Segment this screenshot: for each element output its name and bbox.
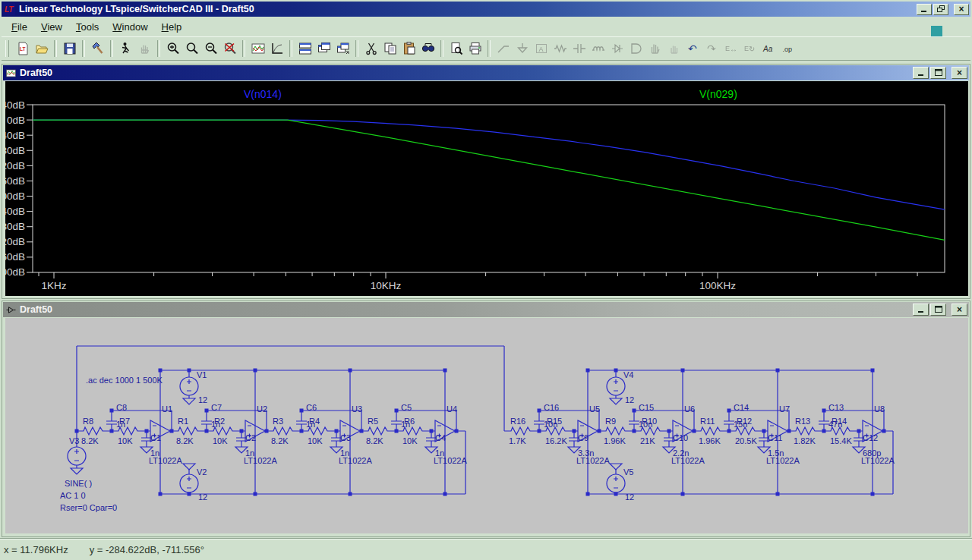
save-button[interactable] bbox=[60, 39, 79, 58]
place-diode-button bbox=[608, 39, 626, 58]
tile-windows-button[interactable] bbox=[295, 39, 314, 58]
menu-bar: FileViewToolsWindowHelp bbox=[2, 17, 970, 36]
draw-wire-icon bbox=[496, 41, 511, 56]
schematic-label: 12 bbox=[625, 492, 634, 502]
trace-label-vn029[interactable]: V(n029) bbox=[699, 88, 737, 100]
close-icon: × bbox=[958, 5, 964, 14]
run-icon bbox=[118, 41, 134, 56]
undo-button[interactable] bbox=[683, 39, 702, 58]
waveform-minimize-button[interactable] bbox=[913, 67, 929, 79]
trace-label-vn014[interactable]: V(n014) bbox=[244, 88, 282, 100]
schematic-label: 1.96K bbox=[699, 436, 721, 445]
new-schematic-button[interactable] bbox=[13, 39, 32, 58]
schematic-canvas[interactable]: R88.2KC81nR710KC11nU1LT1022AR18.2KC71nR2… bbox=[5, 318, 968, 533]
cascade-windows-button[interactable] bbox=[314, 39, 333, 58]
open-file-button[interactable] bbox=[32, 39, 51, 58]
halt-button bbox=[135, 39, 154, 58]
cut-button[interactable] bbox=[361, 39, 380, 58]
schematic-label: 10K bbox=[213, 436, 228, 445]
print-preview-button[interactable] bbox=[447, 39, 465, 58]
schematic-label: C11 bbox=[768, 433, 782, 442]
schematic-label: 12 bbox=[198, 395, 207, 404]
copy-button[interactable] bbox=[380, 39, 399, 58]
rotate-icon bbox=[743, 41, 758, 56]
menu-tools[interactable]: Tools bbox=[69, 19, 106, 35]
copy-icon bbox=[383, 41, 398, 56]
app-restore-button[interactable] bbox=[933, 4, 948, 15]
schematic-label: R3 bbox=[273, 417, 283, 426]
place-capacitor-icon bbox=[572, 41, 587, 56]
waveform-maximize-button[interactable] bbox=[930, 67, 946, 79]
maximize-icon bbox=[935, 306, 942, 313]
schematic-label: U7 bbox=[779, 404, 790, 414]
toolbar-grip[interactable] bbox=[5, 40, 9, 57]
schematic-label: C1 bbox=[150, 433, 161, 442]
menu-view[interactable]: View bbox=[34, 19, 69, 35]
schematic-label: 15.4K bbox=[830, 436, 852, 445]
zoom-full-extents-button[interactable] bbox=[182, 39, 201, 58]
axis-settings-button[interactable] bbox=[267, 39, 286, 58]
schematic-close-button[interactable]: × bbox=[951, 304, 967, 316]
schematic-label: U8 bbox=[874, 404, 885, 414]
svg-text:LT: LT bbox=[5, 5, 14, 14]
app-minimize-button[interactable] bbox=[917, 4, 932, 15]
print-preview-icon bbox=[449, 41, 464, 56]
schematic-label: C13 bbox=[828, 403, 844, 412]
toolbar-separator bbox=[355, 40, 358, 57]
place-net-label-icon bbox=[534, 41, 549, 56]
place-text-button[interactable] bbox=[759, 39, 778, 58]
redo-icon bbox=[705, 41, 720, 56]
schematic-label: R7 bbox=[119, 417, 130, 426]
toolbar bbox=[2, 36, 970, 61]
waveform-window: Draft50 × 40dB0dB-40dB-80dB-120dB-160dB-… bbox=[2, 64, 970, 299]
find-button[interactable] bbox=[418, 39, 437, 58]
schematic-label: V4 bbox=[623, 370, 633, 379]
waveform-plot[interactable]: 40dB0dB-40dB-80dB-120dB-160dB-200dB-240d… bbox=[5, 81, 968, 296]
menu-file[interactable]: File bbox=[5, 19, 34, 35]
menu-help[interactable]: Help bbox=[155, 19, 189, 35]
schematic-label: V5 bbox=[623, 467, 633, 477]
overlay-windows-icon bbox=[336, 41, 351, 56]
schematic-label: U3 bbox=[352, 404, 362, 414]
menu-window[interactable]: Window bbox=[106, 19, 154, 35]
schematic-label: R13 bbox=[795, 417, 810, 426]
schematic-label: LT1022A bbox=[766, 456, 800, 465]
app-close-button[interactable]: × bbox=[954, 4, 969, 15]
move-button bbox=[645, 39, 664, 58]
schematic-label: R2 bbox=[214, 417, 225, 426]
svg-text:-40dB: -40dB bbox=[5, 130, 25, 141]
schematic-label: 16.2K bbox=[545, 436, 567, 445]
schematic-window-titlebar: Draft50 × bbox=[3, 302, 969, 317]
overlay-windows-button[interactable] bbox=[333, 39, 352, 58]
schematic-maximize-button[interactable] bbox=[930, 304, 946, 316]
zoom-in-button[interactable] bbox=[163, 39, 182, 58]
schematic-label: LT1022A bbox=[576, 456, 610, 465]
print-button[interactable] bbox=[465, 39, 484, 58]
zoom-clear-button[interactable] bbox=[220, 39, 239, 58]
run-button[interactable] bbox=[116, 39, 135, 58]
svg-text:-80dB: -80dB bbox=[5, 145, 25, 156]
spice-directive-icon bbox=[781, 41, 796, 56]
autorange-y-axis-button[interactable] bbox=[248, 39, 267, 58]
schematic-minimize-button[interactable] bbox=[913, 304, 929, 316]
schematic-window: Draft50 × bbox=[2, 300, 970, 537]
place-inductor-icon bbox=[591, 41, 606, 56]
waveform-canvas[interactable]: 40dB0dB-40dB-80dB-120dB-160dB-200dB-240d… bbox=[5, 84, 968, 296]
zoom-out-button[interactable] bbox=[201, 39, 220, 58]
rotate-button bbox=[740, 39, 759, 58]
undo-icon bbox=[686, 41, 701, 56]
toolbar-separator bbox=[157, 40, 160, 57]
schematic-label: R14 bbox=[832, 417, 847, 426]
spice-directive-button[interactable] bbox=[778, 39, 797, 58]
place-ground-icon bbox=[515, 41, 530, 56]
schematic-label: R10 bbox=[642, 417, 657, 426]
print-icon bbox=[468, 41, 483, 56]
close-icon: × bbox=[957, 68, 962, 77]
svg-text:-200dB: -200dB bbox=[5, 190, 25, 202]
control-panel-button[interactable] bbox=[88, 39, 107, 58]
paste-button[interactable] bbox=[399, 39, 418, 58]
waveform-close-button[interactable]: × bbox=[951, 67, 967, 79]
svg-text:-160dB: -160dB bbox=[5, 175, 25, 187]
schematic-label: U4 bbox=[447, 404, 457, 414]
schematic-label: C6 bbox=[306, 403, 317, 412]
